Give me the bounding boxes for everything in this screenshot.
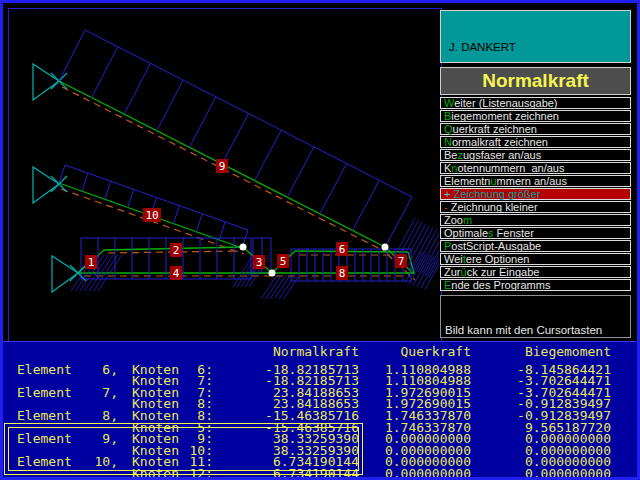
element-number: 10 [145, 209, 158, 222]
program-banner: J. DANKERT Finite-Elemente-Baukasten FEM… [440, 10, 631, 63]
highlight-box-inner [8, 427, 359, 471]
menu-item-weitere-optionen[interactable]: Weitere Optionen [440, 253, 631, 265]
menu-item-zeichnung-groesser[interactable]: + Zeichnung größer [440, 188, 631, 200]
node-dot [382, 244, 389, 251]
view-title-text: Normalkraft [482, 70, 589, 91]
element-number: 8 [339, 267, 346, 280]
view-title: Normalkraft [440, 67, 631, 95]
hint-box: Bild kann mit den Cursortasten horizonta… [440, 295, 631, 338]
element-number: 5 [280, 255, 287, 268]
menu-item-zurueck-zur-eingabe[interactable]: Zurück zur Eingabe [440, 266, 631, 278]
hint-line: Bild kann mit den Cursortasten [445, 324, 630, 337]
menu-item-bezugsfaser[interactable]: Bezugsfaser an/aus [440, 149, 631, 161]
element-number: 4 [173, 267, 180, 280]
highlight-box [4, 423, 363, 475]
beam-diagram-boxes [81, 238, 411, 281]
table-header: NormalkraftQuerkraftBiegemoment [17, 346, 637, 358]
header-querkraft: Querkraft [359, 346, 471, 358]
menu-item-zeichnung-kleiner[interactable]: - Zeichnung kleiner [440, 201, 631, 213]
drawing-canvas[interactable]: 91012435687 [8, 8, 442, 342]
menu-item-zoom[interactable]: Zoom [440, 214, 631, 226]
node-dot [240, 244, 247, 251]
structure-drawing: 91012435687 [9, 9, 439, 339]
element-number: 1 [88, 256, 95, 269]
author-name: J. DANKERT [449, 41, 630, 53]
menu-item-postscript-ausgabe[interactable]: PostScript-Ausgabe [440, 240, 631, 252]
menu-item-normalkraft[interactable]: Normalkraft zeichnen [440, 136, 631, 148]
node-dot [269, 270, 276, 277]
menu-item-optimales-fenster[interactable]: Optimales Fenster [440, 227, 631, 239]
header-biegemoment: Biegemoment [471, 346, 611, 358]
main-menu: Weiter (Listenausgabe)Biegemoment zeichn… [440, 97, 631, 292]
femset-app-window: 91012435687 J. DANKERT Finite-Elemente-B… [0, 0, 640, 480]
support-symbols [33, 64, 86, 292]
diagram-rungs [59, 30, 412, 281]
menu-item-weiter[interactable]: Weiter (Listenausgabe) [440, 97, 631, 109]
element-9-diagram [59, 30, 415, 280]
menu-item-knotennummern[interactable]: Knotennummern an/aus [440, 162, 631, 174]
menu-item-elementnummern[interactable]: Elementnummern an/aus [440, 175, 631, 187]
menu-item-ende-des-programms[interactable]: Ende des Programms [440, 279, 631, 291]
header-normalkraft: Normalkraft [213, 346, 359, 358]
element-number: 2 [173, 244, 180, 257]
beam-member-lines [78, 247, 414, 276]
element-number: 3 [256, 256, 263, 269]
element-number: 9 [219, 160, 226, 173]
element-number: 6 [339, 243, 346, 256]
menu-item-biegemoment[interactable]: Biegemoment zeichnen [440, 110, 631, 122]
menu-item-querkraft[interactable]: Querkraft zeichnen [440, 123, 631, 135]
element-number: 7 [398, 255, 405, 268]
